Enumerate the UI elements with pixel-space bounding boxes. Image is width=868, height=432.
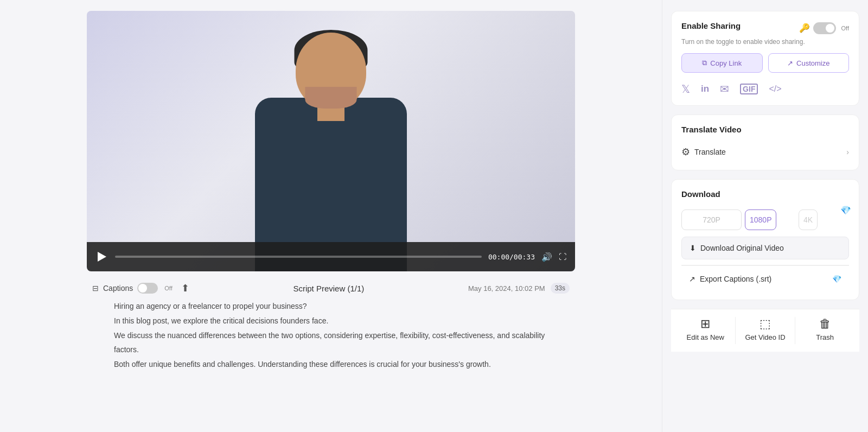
trash-action[interactable]: 🗑 Trash: [803, 317, 847, 344]
captions-icon: ⊟: [92, 284, 99, 293]
email-icon[interactable]: ✉: [720, 82, 729, 96]
translate-label: Translate: [694, 148, 726, 156]
key-icon: 🔑: [799, 23, 810, 33]
trash-icon: 🗑: [819, 317, 831, 331]
get-video-id-icon: ⬚: [760, 317, 771, 331]
translate-left: ⚙ Translate: [681, 146, 726, 158]
time-display: 00:00/00:33: [488, 253, 535, 261]
copy-link-label: Copy Link: [710, 59, 742, 67]
quality-720p-button[interactable]: 720P: [681, 209, 742, 230]
premium-badge-captions: 💎: [832, 275, 841, 283]
quality-1080p-wrapper: 1080P: [745, 209, 795, 230]
captions-control: ⊟ Captions Off ⬆: [92, 282, 189, 294]
script-line-4: Both offer unique benefits and challenge…: [114, 358, 548, 371]
captions-toggle-label: Off: [164, 285, 172, 291]
fullscreen-button[interactable]: ⛶: [559, 252, 566, 261]
translate-icon: ⚙: [681, 146, 690, 158]
export-left: ↗ Export Captions (.srt): [689, 275, 771, 283]
video-person: [228, 22, 434, 271]
video-thumbnail: [87, 11, 575, 271]
volume-button[interactable]: 🔊: [541, 252, 552, 262]
translate-title: Translate Video: [681, 125, 849, 134]
chevron-right-icon: ›: [846, 148, 849, 156]
linkedin-icon[interactable]: in: [701, 84, 709, 94]
premium-badge-4k: 💎: [840, 205, 851, 215]
download-icon: ⬇: [690, 244, 696, 252]
edit-as-new-label: Edit as New: [687, 333, 724, 341]
script-line-3: We discuss the nuanced differences betwe…: [114, 329, 548, 356]
customize-button[interactable]: ↗ Customize: [768, 53, 850, 73]
video-player: 00:00/00:33 🔊 ⛶: [87, 11, 575, 271]
sharing-card: Enable Sharing 🔑 Off Turn on the toggle …: [671, 11, 859, 106]
translate-row[interactable]: ⚙ Translate ›: [681, 144, 849, 160]
sharing-toggle-label: Off: [841, 25, 849, 31]
export-icon: ↗: [689, 275, 695, 283]
video-controls-bar: 00:00/00:33 🔊 ⛶: [87, 242, 575, 271]
sharing-toggle[interactable]: [813, 22, 836, 34]
captions-toggle[interactable]: [137, 283, 158, 294]
divider-1: [735, 317, 736, 344]
copy-icon: ⧉: [702, 59, 707, 67]
export-captions-label: Export Captions (.srt): [700, 275, 771, 283]
edit-as-new-action[interactable]: ⊞ Edit as New: [684, 317, 727, 344]
social-icons-row: 𝕏 in ✉ GIF </>: [681, 80, 849, 96]
sharing-toggle-thumb: [826, 24, 834, 33]
customize-label: Customize: [796, 59, 829, 67]
play-button[interactable]: [95, 250, 108, 263]
progress-bar[interactable]: [115, 256, 482, 258]
trash-label: Trash: [816, 333, 834, 341]
edit-as-new-icon: ⊞: [700, 317, 710, 331]
script-line-1: Hiring an agency or a freelancer to prop…: [114, 300, 548, 313]
copy-link-button[interactable]: ⧉ Copy Link: [681, 53, 763, 73]
download-original-button[interactable]: ⬇ Download Original Video: [681, 237, 849, 259]
download-title: Download: [681, 189, 849, 199]
get-video-id-label: Get Video ID: [745, 333, 785, 341]
captions-toggle-thumb: [138, 284, 147, 293]
upload-button[interactable]: ⬆: [181, 282, 189, 294]
download-quality-options: 720P 1080P 4K 💎: [681, 209, 849, 230]
quality-4k-wrapper: 4K 💎: [799, 209, 849, 230]
download-card: Download 720P 1080P 4K 💎 ⬇ Download Orig…: [671, 179, 859, 300]
divider-2: [795, 317, 795, 344]
bottom-actions-bar: ⊞ Edit as New ⬚ Get Video ID 🗑 Trash: [671, 309, 859, 352]
script-line-2: In this blog post, we explore the critic…: [114, 314, 548, 328]
script-content: Hiring an agency or a freelancer to prop…: [92, 300, 570, 371]
sharing-subtitle: Turn on the toggle to enable video shari…: [681, 38, 849, 46]
twitter-icon[interactable]: 𝕏: [681, 82, 690, 96]
play-icon: [98, 252, 106, 262]
download-original-label: Download Original Video: [700, 244, 784, 252]
gif-icon[interactable]: GIF: [740, 84, 758, 94]
export-captions-button[interactable]: ↗ Export Captions (.srt) 💎: [681, 268, 849, 290]
customize-icon: ↗: [787, 59, 793, 67]
right-panel: Enable Sharing 🔑 Off Turn on the toggle …: [662, 0, 868, 432]
duration-badge: 33s: [551, 283, 570, 294]
share-buttons-row: ⧉ Copy Link ↗ Customize: [681, 53, 849, 73]
quality-4k-button[interactable]: 4K: [799, 209, 818, 230]
script-preview-label: Script Preview (1/1): [189, 284, 468, 293]
captions-label: Captions: [103, 284, 133, 293]
translate-card: Translate Video ⚙ Translate ›: [671, 115, 859, 170]
sharing-header: Enable Sharing 🔑 Off: [681, 21, 849, 35]
embed-icon[interactable]: </>: [769, 84, 781, 94]
get-video-id-action[interactable]: ⬚ Get Video ID: [743, 317, 787, 344]
quality-1080p-button[interactable]: 1080P: [745, 209, 776, 230]
sharing-title: Enable Sharing: [681, 21, 741, 30]
video-date: May 16, 2024, 10:02 PM: [468, 284, 545, 293]
